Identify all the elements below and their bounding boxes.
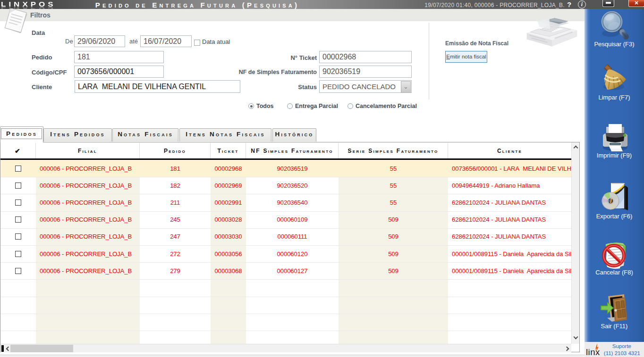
svg-text:linx: linx	[586, 347, 600, 357]
